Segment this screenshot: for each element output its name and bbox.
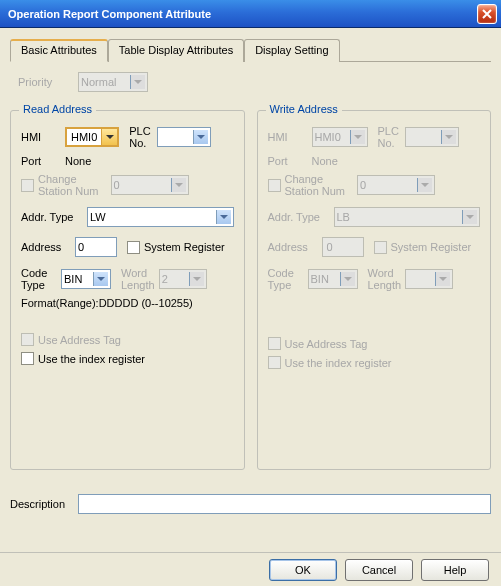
tabs: Basic Attributes Table Display Attribute… — [10, 38, 491, 62]
read-address-label: Address — [21, 241, 75, 253]
write-use-indexreg-checkbox — [268, 356, 281, 369]
read-codetype-label: Code Type — [21, 267, 61, 291]
read-plcno-label: PLC No. — [129, 125, 150, 149]
client-area: Basic Attributes Table Display Attribute… — [0, 28, 501, 552]
read-format-label: Format(Range):DDDDD (0--10255) — [21, 297, 193, 309]
read-port-label: Port — [21, 155, 65, 167]
priority-label: Priority — [18, 76, 78, 88]
priority-value: Normal — [81, 76, 116, 88]
write-codetype-select: BIN — [308, 269, 358, 289]
read-wordlen-label: Word Length — [121, 267, 155, 291]
read-change-station-label: Change Station Num — [38, 173, 99, 197]
read-hmi-select[interactable]: HMI0 — [65, 127, 119, 147]
read-change-station-value: 0 — [111, 175, 189, 195]
ok-button[interactable]: OK — [269, 559, 337, 581]
button-bar: OK Cancel Help — [0, 552, 501, 586]
read-legend: Read Address — [19, 103, 96, 115]
read-wordlen-select: 2 — [159, 269, 207, 289]
write-use-addrtag-label: Use Address Tag — [285, 338, 368, 350]
write-wordlen-select — [405, 269, 453, 289]
write-plcno-label: PLC No. — [378, 125, 399, 149]
write-codetype-label: Code Type — [268, 267, 308, 291]
write-hmi-select: HMI0 — [312, 127, 368, 147]
write-sysreg-label: System Register — [391, 241, 472, 253]
description-label: Description — [10, 498, 78, 510]
read-port-value: None — [65, 155, 91, 167]
read-addrtype-label: Addr. Type — [21, 211, 87, 223]
read-use-addrtag-checkbox — [21, 333, 34, 346]
write-port-label: Port — [268, 155, 312, 167]
cancel-button[interactable]: Cancel — [345, 559, 413, 581]
write-change-station-checkbox — [268, 179, 281, 192]
write-address-group: Write Address HMI HMI0 PLC No. Port None… — [257, 110, 492, 470]
write-wordlen-label: Word Length — [368, 267, 402, 291]
read-use-indexreg-checkbox[interactable] — [21, 352, 34, 365]
write-addrtype-select: LB — [334, 207, 481, 227]
read-address-input[interactable] — [75, 237, 117, 257]
write-legend: Write Address — [266, 103, 342, 115]
read-hmi-label: HMI — [21, 131, 65, 143]
title-bar: Operation Report Component Attribute — [0, 0, 501, 28]
description-input[interactable] — [78, 494, 491, 514]
read-codetype-select[interactable]: BIN — [61, 269, 111, 289]
write-plcno-select — [405, 127, 459, 147]
priority-select: Normal — [78, 72, 148, 92]
close-icon — [482, 9, 492, 19]
window-title: Operation Report Component Attribute — [8, 8, 477, 20]
read-change-station-checkbox — [21, 179, 34, 192]
write-hmi-label: HMI — [268, 131, 312, 143]
tab-table-display-attributes[interactable]: Table Display Attributes — [108, 39, 244, 62]
read-addrtype-select[interactable]: LW — [87, 207, 234, 227]
help-button[interactable]: Help — [421, 559, 489, 581]
write-addrtype-label: Addr. Type — [268, 211, 334, 223]
read-use-addrtag-label: Use Address Tag — [38, 334, 121, 346]
write-address-input: 0 — [322, 237, 364, 257]
read-use-indexreg-label: Use the index register — [38, 353, 145, 365]
write-port-value: None — [312, 155, 338, 167]
write-use-addrtag-checkbox — [268, 337, 281, 350]
write-address-label: Address — [268, 241, 322, 253]
read-address-group: Read Address HMI HMI0 PLC No. Port None — [10, 110, 245, 470]
write-change-station-label: Change Station Num — [285, 173, 346, 197]
chevron-down-icon — [101, 129, 117, 145]
read-plcno-select[interactable] — [157, 127, 211, 147]
write-use-indexreg-label: Use the index register — [285, 357, 392, 369]
close-button[interactable] — [477, 4, 497, 24]
write-change-station-value: 0 — [357, 175, 435, 195]
read-sysreg-label: System Register — [144, 241, 225, 253]
read-sysreg-checkbox[interactable] — [127, 241, 140, 254]
tab-basic-attributes[interactable]: Basic Attributes — [10, 39, 108, 62]
tab-display-setting[interactable]: Display Setting — [244, 39, 339, 62]
write-sysreg-checkbox — [374, 241, 387, 254]
